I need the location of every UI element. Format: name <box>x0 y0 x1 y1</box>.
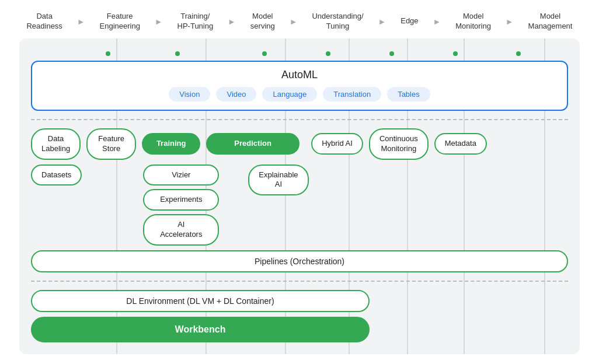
diagram: AutoML Vision Video Language Translation… <box>19 38 580 354</box>
chip-language: Language <box>262 87 317 102</box>
pill-ai-accelerators: AIAccelerators <box>143 214 219 246</box>
pipeline-step-data-readiness: Data Readiness <box>26 12 62 32</box>
arrow-3: ► <box>228 17 236 26</box>
pipeline-step-model-serving: Model serving <box>250 12 275 32</box>
pill-datasets: Datasets <box>31 164 82 186</box>
pipeline-step-edge: Edge <box>401 16 418 26</box>
pill-data-labeling: DataLabeling <box>31 128 81 160</box>
arrow-2: ► <box>155 17 163 26</box>
chip-translation: Translation <box>323 87 381 102</box>
dot-feature-eng <box>106 48 110 58</box>
dashed-line-1 <box>31 119 568 120</box>
dl-env-bar: DL Environment (DL VM + DL Container) <box>31 290 370 312</box>
pill-continuous-monitoring: ContinuousMonitoring <box>369 128 429 160</box>
pipeline-step-model-management: Model Management <box>528 12 573 32</box>
arrow-6: ► <box>433 17 441 26</box>
arrow-1: ► <box>77 17 85 26</box>
pill-prediction: Prediction <box>206 133 300 155</box>
main-container: Data Readiness ► Feature Engineering ► T… <box>8 6 591 364</box>
pill-training: Training <box>142 133 200 155</box>
pipeline-step-training: Training/ HP-Tuning <box>177 12 214 32</box>
dot-management <box>516 48 521 58</box>
pipeline-step-understanding: Understanding/ Tuning <box>312 12 363 32</box>
training-sub-items: Vizier Experiments AIAccelerators <box>143 164 219 246</box>
pipeline-step-model-monitoring: Model Monitoring <box>455 12 491 32</box>
chip-tables: Tables <box>387 87 430 102</box>
automl-title: AutoML <box>41 69 558 81</box>
dot-understanding <box>326 48 330 58</box>
automl-section: AutoML Vision Video Language Translation… <box>31 61 568 111</box>
pill-metadata: Metadata <box>434 133 487 155</box>
dot-edge <box>389 48 394 58</box>
pill-hybrid-ai: Hybrid AI <box>311 133 363 155</box>
middle-section: DataLabeling FeatureStore Training Predi… <box>31 128 568 272</box>
pipeline-steps: Data Readiness ► Feature Engineering ► T… <box>19 12 580 32</box>
dot-training <box>175 48 180 58</box>
chip-video: Video <box>216 87 256 102</box>
automl-chips: Vision Video Language Translation Tables <box>41 87 558 102</box>
pill-experiments: Experiments <box>143 189 219 211</box>
arrow-4: ► <box>290 17 298 26</box>
bottom-section: DL Environment (DL VM + DL Container) Wo… <box>31 290 568 342</box>
workbench-bar: Workbench <box>31 317 370 342</box>
dashed-line-2 <box>31 281 568 282</box>
chip-vision: Vision <box>169 87 210 102</box>
dot-monitoring <box>453 48 458 58</box>
diagram-content: AutoML Vision Video Language Translation… <box>31 61 568 342</box>
pipelines-bar: Pipelines (Orchestration) <box>31 250 568 272</box>
pipeline-step-feature-eng: Feature Engineering <box>100 12 140 32</box>
dot-serving <box>262 48 267 58</box>
prediction-sub-items: ExplainableAI <box>231 164 308 196</box>
pill-vizier: Vizier <box>143 164 219 186</box>
pill-feature-store: FeatureStore <box>86 128 136 160</box>
arrow-5: ► <box>378 17 386 26</box>
arrow-7: ► <box>506 17 514 26</box>
pill-explainable-ai: ExplainableAI <box>248 164 308 196</box>
